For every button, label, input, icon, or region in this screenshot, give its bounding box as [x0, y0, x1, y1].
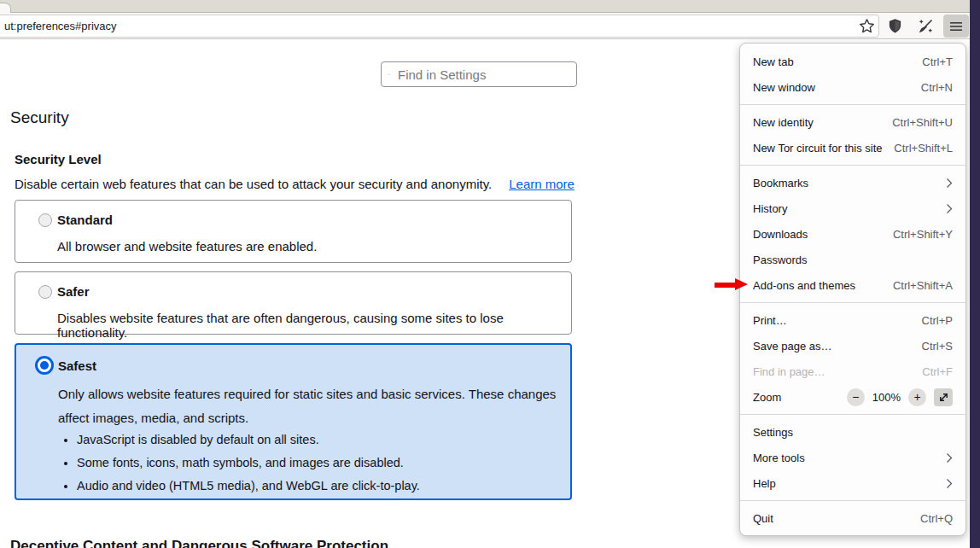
- settings-search-box[interactable]: [381, 61, 577, 87]
- menu-item-new-identity[interactable]: New identity Ctrl+Shift+U: [740, 109, 965, 135]
- annotation-arrow-addons: [715, 278, 749, 291]
- option-desc-safest: Only allows website features required fo…: [58, 382, 557, 430]
- radio-safer[interactable]: [38, 285, 52, 299]
- menu-separator: [740, 302, 965, 303]
- option-label-standard: Standard: [57, 213, 113, 227]
- hamburger-menu-button[interactable]: [943, 15, 969, 38]
- zoom-out-button[interactable]: −: [847, 388, 865, 406]
- option-label-safer: Safer: [57, 284, 90, 299]
- url-bar[interactable]: ut:preferences#privacy: [0, 15, 879, 38]
- menu-item-downloads[interactable]: Downloads Ctrl+Shift+Y: [740, 221, 965, 247]
- safest-bullet-list: JavaScript is disabled by default on all…: [58, 428, 420, 498]
- security-level-description-text: Disable certain web features that can be…: [15, 177, 492, 191]
- menu-item-zoom: Zoom − 100% +: [740, 384, 965, 410]
- radio-standard[interactable]: [38, 213, 52, 227]
- deceptive-content-heading: Deceptive Content and Dangerous Software…: [10, 538, 388, 548]
- safest-bullet-2: Some fonts, icons, math symbols, and ima…: [77, 452, 420, 475]
- option-card-safer[interactable]: Safer Disables website features that are…: [15, 271, 572, 335]
- page-title: Security: [10, 108, 69, 127]
- chevron-right-icon: [944, 178, 953, 189]
- arrow-head: [735, 278, 748, 290]
- learn-more-link[interactable]: Learn more: [509, 177, 575, 191]
- fullscreen-icon: [938, 392, 949, 403]
- menu-item-new-tor-circuit[interactable]: New Tor circuit for this site Ctrl+Shift…: [740, 135, 965, 160]
- settings-search-input[interactable]: [396, 67, 569, 83]
- shield-button[interactable]: [882, 15, 907, 38]
- browser-toolbar: ut:preferences#privacy: [0, 13, 980, 39]
- active-tab-corner[interactable]: [0, 3, 11, 13]
- bookmark-star-button[interactable]: [855, 15, 878, 37]
- menu-item-new-window[interactable]: New window Ctrl+N: [740, 74, 965, 100]
- window-edge-strip: [970, 0, 980, 548]
- option-card-safest[interactable]: Safest Only allows website features requ…: [15, 343, 572, 500]
- star-icon: [859, 18, 875, 34]
- menu-item-bookmarks[interactable]: Bookmarks: [740, 170, 965, 195]
- option-desc-standard: All browser and website features are ena…: [57, 239, 317, 254]
- security-level-description: Disable certain web features that can be…: [15, 177, 575, 191]
- menu-item-save-page-as[interactable]: Save page as… Ctrl+S: [740, 333, 965, 359]
- menu-item-quit[interactable]: Quit Ctrl+Q: [740, 505, 965, 531]
- option-desc-safer: Disables website features that are often…: [57, 311, 571, 340]
- option-card-standard[interactable]: Standard All browser and website feature…: [15, 200, 572, 263]
- shield-icon: [887, 18, 903, 34]
- safest-bullet-3: Audio and video (HTML5 media), and WebGL…: [77, 475, 420, 498]
- url-text[interactable]: ut:preferences#privacy: [4, 20, 855, 32]
- tab-strip: [0, 0, 980, 13]
- safest-bullet-1: JavaScript is disabled by default on all…: [77, 428, 420, 452]
- menu-item-new-tab[interactable]: New tab Ctrl+T: [740, 49, 965, 74]
- zoom-in-button[interactable]: +: [908, 388, 926, 406]
- option-label-safest: Safest: [58, 359, 96, 373]
- broom-sparkle-icon: [917, 18, 934, 35]
- menu-item-more-tools[interactable]: More tools: [740, 445, 965, 470]
- search-icon: [388, 68, 390, 81]
- menu-item-find-in-page: Find in page… Ctrl+F: [740, 359, 965, 384]
- radio-safest-selected[interactable]: [35, 356, 54, 375]
- chevron-right-icon: [944, 203, 953, 214]
- menu-separator: [740, 414, 965, 415]
- menu-item-print[interactable]: Print… Ctrl+P: [740, 307, 965, 333]
- menu-separator: [740, 165, 965, 166]
- menu-item-settings[interactable]: Settings: [740, 419, 965, 445]
- chevron-right-icon: [944, 478, 953, 489]
- hamburger-icon: [949, 20, 963, 32]
- menu-item-help[interactable]: Help: [740, 470, 965, 496]
- app-menu-popup: New tab Ctrl+T New window Ctrl+N New ide…: [739, 43, 966, 536]
- new-identity-button[interactable]: [913, 15, 938, 38]
- menu-item-addons-and-themes[interactable]: Add-ons and themes Ctrl+Shift+A: [740, 272, 965, 298]
- chevron-right-icon: [944, 452, 953, 463]
- zoom-level-value[interactable]: 100%: [872, 391, 901, 404]
- menu-separator: [740, 500, 965, 501]
- security-level-heading: Security Level: [15, 152, 102, 166]
- menu-item-passwords[interactable]: Passwords: [740, 247, 965, 272]
- menu-separator: [740, 104, 965, 105]
- fullscreen-button[interactable]: [934, 388, 953, 406]
- menu-item-history[interactable]: History: [740, 195, 965, 221]
- arrow-shaft: [715, 283, 735, 288]
